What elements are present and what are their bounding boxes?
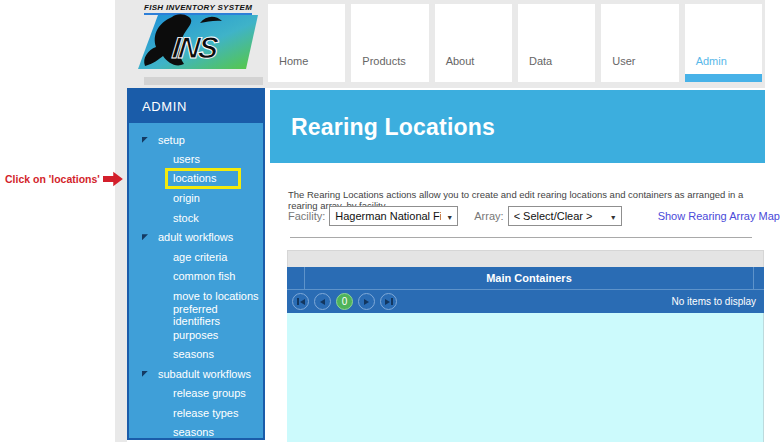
chevron-down-icon — [441, 210, 453, 222]
array-selected-value: < Select/Clear > — [514, 210, 593, 222]
logo-box: Fish Inventory System INS — [117, 0, 265, 88]
first-page-button[interactable] — [292, 293, 309, 310]
facility-selected-value: Hagerman National Fish H — [335, 210, 441, 222]
sidebar-item-label: age criteria — [173, 251, 227, 263]
sidebar-item-seasons-adult[interactable]: seasons — [129, 345, 263, 365]
divider — [290, 237, 752, 238]
admin-sidebar: ADMIN setup users locations origin stock… — [127, 88, 265, 440]
nav-label: Admin — [696, 55, 727, 67]
active-tab-indicator — [685, 74, 762, 82]
facility-select[interactable]: Hagerman National Fish H — [329, 206, 458, 226]
sidebar-item-release-groups[interactable]: release groups — [129, 384, 263, 404]
nav-item-admin[interactable]: Admin — [685, 4, 762, 82]
sidebar-item-label: common fish — [173, 270, 235, 282]
last-page-button[interactable] — [380, 293, 397, 310]
sidebar-item-label: move to locations — [173, 290, 259, 302]
next-page-icon — [364, 299, 369, 305]
nav-item-user[interactable]: User — [601, 4, 678, 82]
sidebar-item-age-criteria[interactable]: age criteria — [129, 247, 263, 267]
grid-empty-body — [287, 313, 764, 442]
sidebar-item-label: users — [173, 153, 200, 165]
sidebar-group-label: subadult workflows — [158, 368, 251, 380]
nav-item-data[interactable]: Data — [518, 4, 595, 82]
show-rearing-array-map-link[interactable]: Show Rearing Array Map — [658, 210, 780, 222]
array-select[interactable]: < Select/Clear > — [508, 206, 622, 226]
previous-page-icon — [320, 299, 325, 305]
sidebar-item-label: purposes — [173, 329, 218, 341]
nav-label: User — [612, 55, 635, 67]
sidebar-item-users[interactable]: users — [129, 150, 263, 170]
previous-page-button[interactable] — [314, 293, 331, 310]
sidebar-group-subadult-workflows[interactable]: subadult workflows — [129, 364, 263, 384]
sidebar-item-origin[interactable]: origin — [129, 189, 263, 209]
nav-label: Home — [279, 55, 308, 67]
chevron-down-icon — [605, 210, 617, 222]
page-banner: Rearing Locations — [270, 90, 765, 163]
highlight-box: locations — [165, 168, 241, 189]
main-containers-grid: Main Containers 0 No items to display — [287, 250, 764, 442]
grid-column-main-containers: Main Containers — [305, 267, 753, 289]
right-arrow-icon — [103, 171, 123, 187]
admin-menu-tree: setup users locations origin stock adult… — [129, 123, 263, 442]
annotation-text: Click on 'locations' — [5, 173, 100, 185]
sidebar-item-release-types[interactable]: release types — [129, 403, 263, 423]
sidebar-item-stock[interactable]: stock — [129, 208, 263, 228]
logo-acronym: INS — [171, 31, 220, 64]
horizontal-scrollbar[interactable] — [144, 77, 263, 85]
array-label: Array: — [474, 210, 503, 222]
fins-logo-icon: INS — [138, 13, 260, 71]
pager-status: No items to display — [672, 296, 756, 307]
sidebar-item-label: seasons — [173, 348, 214, 360]
sidebar-item-common-fish[interactable]: common fish — [129, 267, 263, 287]
sidebar-title: ADMIN — [129, 90, 263, 123]
sidebar-item-label: release types — [173, 407, 238, 419]
nav-item-home[interactable]: Home — [268, 4, 345, 82]
sidebar-group-adult-workflows[interactable]: adult workflows — [129, 228, 263, 248]
nav-item-about[interactable]: About — [435, 4, 512, 82]
nav-label: Data — [529, 55, 552, 67]
sidebar-group-label: setup — [158, 134, 185, 146]
first-page-icon — [297, 298, 299, 305]
sidebar-item-label: stock — [173, 212, 199, 224]
sidebar-item-label: origin — [173, 192, 200, 204]
sidebar-item-label: release groups — [173, 387, 246, 399]
next-page-button[interactable] — [358, 293, 375, 310]
sidebar-group-label: adult workflows — [158, 231, 233, 243]
top-nav: Home Products About Data User Admin — [268, 4, 762, 82]
sidebar-item-purposes[interactable]: purposes — [129, 325, 263, 345]
grid-toolbar — [287, 250, 764, 267]
grid-pager: 0 No items to display — [287, 289, 764, 313]
page-title: Rearing Locations — [270, 90, 765, 141]
grid-expand-column — [287, 267, 305, 289]
sidebar-group-setup[interactable]: setup — [129, 130, 263, 150]
annotation: Click on 'locations' — [5, 171, 123, 187]
sidebar-item-label: locations — [173, 172, 216, 184]
collapse-icon[interactable] — [142, 234, 148, 240]
last-page-icon — [385, 299, 390, 305]
nav-item-products[interactable]: Products — [351, 4, 428, 82]
facility-label: Facility: — [288, 210, 325, 222]
nav-label: Products — [362, 55, 405, 67]
last-page-icon — [391, 298, 393, 305]
sidebar-item-label: preferred identifiers — [173, 303, 263, 327]
sidebar-item-preferred-identifiers[interactable]: preferred identifiers — [129, 306, 263, 326]
sidebar-item-locations[interactable]: locations — [129, 169, 263, 189]
sidebar-item-seasons-subadult[interactable]: seasons — [129, 423, 263, 442]
collapse-icon[interactable] — [142, 137, 148, 143]
nav-label: About — [446, 55, 475, 67]
current-page-badge[interactable]: 0 — [336, 293, 353, 310]
filter-bar: Facility: Hagerman National Fish H Array… — [288, 205, 780, 226]
sidebar-item-label: seasons — [173, 426, 214, 438]
collapse-icon[interactable] — [142, 371, 148, 377]
grid-header: Main Containers — [287, 267, 764, 289]
first-page-icon — [300, 299, 305, 305]
grid-scrollbar-column — [753, 267, 764, 289]
